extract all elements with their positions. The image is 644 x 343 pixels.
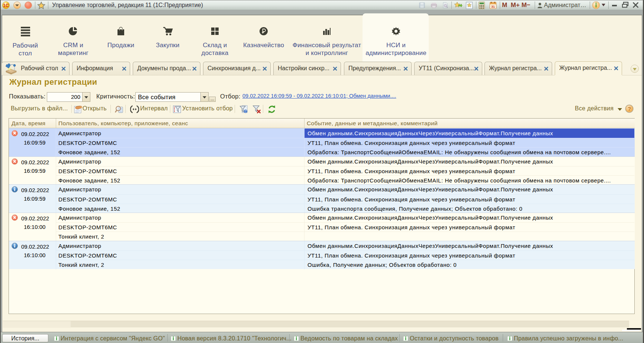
svg-text:?: ? (628, 106, 631, 112)
svg-text:1С: 1С (3, 3, 9, 8)
svg-text:31: 31 (491, 5, 495, 9)
